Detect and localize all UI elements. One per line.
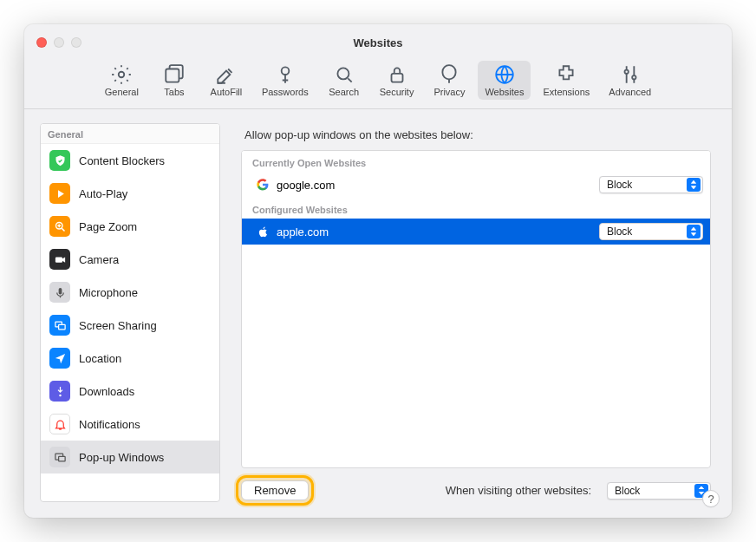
extensions-icon [555,63,577,86]
panel-heading: Allow pop-up windows on the websites bel… [244,128,711,141]
site-name: apple.com [277,225,599,238]
tab-security[interactable]: Security [373,61,421,100]
tab-websites[interactable]: Websites [478,61,531,100]
websites-icon [493,63,516,86]
main-panel: Allow pop-up windows on the websites bel… [236,123,716,502]
shield-icon [49,150,70,171]
svg-rect-4 [391,74,402,82]
sidebar-item-content-blockers[interactable]: Content Blockers [41,144,219,177]
sidebar-item-label: Downloads [79,385,134,398]
sidebar-item-downloads[interactable]: Downloads [41,375,219,408]
sidebar-item-label: Pop-up Windows [79,451,164,464]
security-icon [386,63,408,86]
zoom-icon [49,216,70,237]
sidebar-item-label: Page Zoom [79,220,137,233]
policy-value: Block [607,179,632,191]
sidebar-item-label: Camera [79,253,119,266]
tab-label: Search [329,87,359,97]
open-websites-header: Currently Open Websites [242,151,710,172]
tab-passwords[interactable]: Passwords [255,61,316,100]
other-websites-label: When visiting other websites: [446,484,591,497]
svg-rect-9 [55,257,62,262]
tab-extensions[interactable]: Extensions [536,61,596,100]
footer-row: Remove When visiting other websites: Blo… [241,480,711,500]
screens-icon [49,315,70,336]
websites-list: Currently Open Websites google.com Block… [241,150,711,468]
download-icon [49,381,70,402]
sidebar-item-label: Auto-Play [79,187,127,200]
remove-button[interactable]: Remove [241,480,309,500]
preferences-window: Websites General Tabs AutoFill Passwords… [24,24,732,518]
sidebar-item-label: Notifications [79,418,140,431]
chevrons-icon [687,225,701,238]
site-row[interactable]: google.com Block [242,172,710,198]
play-icon [49,183,70,204]
tab-label: General [105,87,139,97]
policy-select[interactable]: Block [599,176,703,193]
sidebar-item-location[interactable]: Location [41,342,219,375]
svg-point-7 [632,75,635,79]
sidebar-item-label: Microphone [79,286,138,299]
chevrons-icon [687,178,701,192]
tab-label: Websites [485,87,524,97]
window-title: Websites [24,36,732,49]
sidebar-item-microphone[interactable]: Microphone [41,276,219,309]
sidebar-item-popup-windows[interactable]: Pop-up Windows [41,441,219,473]
help-button[interactable]: ? [702,490,720,507]
favicon-icon [256,178,270,192]
sidebar-section-header: General [41,124,219,144]
favicon-icon [256,225,270,238]
tab-label: AutoFill [211,87,243,97]
sidebar-item-camera[interactable]: Camera [41,243,219,276]
tab-label: Extensions [543,87,590,97]
svg-point-3 [337,68,349,79]
configured-websites-header: Configured Websites [242,198,710,219]
sidebar-list: Content Blockers Auto-Play Page Zoom Cam… [41,144,219,501]
search-icon [333,63,355,86]
sidebar-item-page-zoom[interactable]: Page Zoom [41,210,219,243]
passwords-icon [274,63,297,86]
tab-label: Advanced [609,87,651,97]
tab-label: Privacy [433,87,465,97]
advanced-icon [619,63,642,86]
bell-icon [49,414,70,434]
sidebar-item-label: Content Blockers [79,154,165,167]
policy-value: Block [607,225,632,238]
tab-label: Tabs [164,87,184,97]
tab-label: Security [380,87,414,97]
site-name: google.com [277,179,599,192]
sidebar-item-screen-sharing[interactable]: Screen Sharing [41,309,219,342]
sidebar-item-auto-play[interactable]: Auto-Play [41,177,219,210]
svg-rect-12 [58,324,65,330]
location-icon [49,348,70,369]
privacy-icon [438,63,460,86]
tab-privacy[interactable]: Privacy [426,61,472,100]
tab-label: Passwords [262,87,309,97]
content-area: General Content Blockers Auto-Play Page … [24,109,732,518]
site-row[interactable]: apple.com Block [242,219,710,245]
preferences-toolbar: General Tabs AutoFill Passwords Search S… [24,61,732,109]
autofill-icon [215,63,238,86]
sidebar-item-label: Screen Sharing [79,319,157,332]
svg-point-6 [624,70,628,74]
tab-autofill[interactable]: AutoFill [203,61,250,100]
general-icon [110,63,133,86]
tab-search[interactable]: Search [321,61,368,100]
policy-select[interactable]: Block [599,223,703,240]
title-bar: Websites [24,24,732,61]
svg-point-0 [119,72,125,78]
sidebar-item-label: Location [79,352,121,365]
sidebar-item-notifications[interactable]: Notifications [41,408,219,441]
other-websites-select[interactable]: Block [607,482,711,500]
camera-icon [49,249,70,270]
tab-tabs[interactable]: Tabs [151,61,198,100]
mic-icon [49,282,70,303]
svg-rect-1 [166,69,179,82]
tab-general[interactable]: General [98,61,146,100]
svg-point-2 [281,67,289,75]
svg-point-13 [59,394,62,396]
tabs-icon [163,63,186,86]
svg-rect-10 [58,287,62,294]
other-websites-value: Block [615,485,640,497]
tab-advanced[interactable]: Advanced [602,61,658,100]
